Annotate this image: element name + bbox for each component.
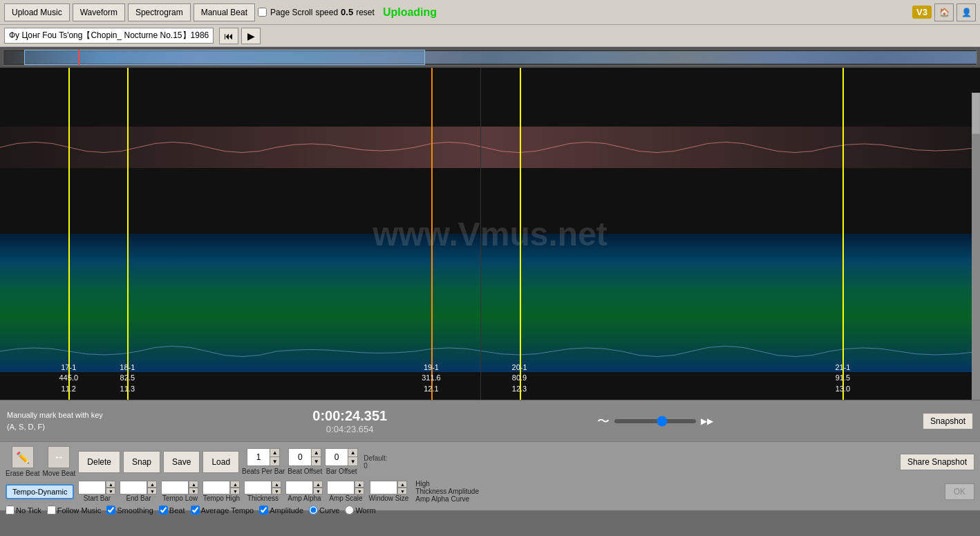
bar-offset-label: Bar Offset — [326, 468, 357, 475]
beat-marker-19-1[interactable] — [431, 68, 433, 400]
manual-beat-button[interactable]: Manual Beat — [194, 3, 255, 21]
scrollbar-track[interactable] — [972, 93, 980, 400]
beat-offset-up[interactable]: ▲ — [311, 449, 321, 457]
waveform-icon: 〜 — [597, 413, 610, 429]
tempo-low-input[interactable] — [161, 481, 189, 495]
page-scroll-checkbox[interactable] — [258, 8, 267, 17]
beat-offset-down[interactable]: ▼ — [311, 457, 321, 465]
upload-music-button[interactable]: Upload Music — [4, 3, 70, 21]
beats-per-bar-input[interactable]: ▲ ▼ — [247, 448, 280, 466]
waveform-overview[interactable] — [0, 47, 980, 68]
move-beat-button[interactable]: ↔️ Move Beat — [42, 446, 75, 477]
scrollbar-thumb[interactable] — [972, 93, 980, 134]
waveform-end-icon: ▶▶ — [701, 416, 713, 426]
beat-checkbox[interactable] — [159, 506, 168, 515]
bar-offset-up[interactable]: ▲ — [348, 449, 357, 457]
confirm-button[interactable]: OK — [945, 483, 974, 500]
controls-row-1: ✏️ Erase Beat ↔️ Move Beat Delete Snap S… — [6, 446, 974, 477]
average-tempo-label: Average Tempo — [201, 506, 254, 515]
window-size-input[interactable] — [370, 481, 397, 495]
end-bar-input[interactable] — [120, 481, 147, 495]
amp-scale-down[interactable]: ▼ — [355, 488, 364, 495]
window-size-up[interactable]: ▲ — [397, 481, 407, 488]
beat-marker-20-1[interactable] — [520, 68, 521, 400]
start-bar-up[interactable]: ▲ — [106, 481, 115, 488]
play-button[interactable]: ▶ — [241, 28, 261, 44]
waveform-svg-bottom — [0, 331, 980, 372]
beat-marker-21-1[interactable] — [842, 68, 844, 400]
uploading-status: Uploading — [383, 6, 437, 19]
page-scroll-label: Page Scroll — [258, 8, 312, 17]
top-toolbar: Upload Music Waveform Spectrogram Manual… — [0, 0, 980, 25]
bar-offset-down[interactable]: ▼ — [348, 457, 357, 465]
no-tick-checkbox[interactable] — [6, 506, 15, 515]
tempo-low-up[interactable]: ▲ — [189, 481, 198, 488]
start-bar-label: Start Bar — [84, 495, 111, 502]
beat-marker-dark-1 — [480, 68, 481, 400]
amp-scale-group: ▲ ▼ Amp Scale — [327, 481, 364, 502]
reset-button[interactable]: reset — [356, 8, 375, 17]
extra-labels: High Thickness Amplitude Amp Alpha Curve — [415, 480, 479, 503]
follow-music-checkbox[interactable] — [47, 506, 56, 515]
spectrogram-button[interactable]: Spectrogram — [128, 3, 191, 21]
waveform-button[interactable]: Waveform — [73, 3, 125, 21]
bottom-controls: ✏️ Erase Beat ↔️ Move Beat Delete Snap S… — [0, 441, 980, 510]
beat-marker-17-1[interactable] — [68, 68, 70, 400]
amp-alpha-up[interactable]: ▲ — [313, 481, 323, 488]
move-beat-label: Move Beat — [42, 470, 75, 477]
rewind-button[interactable]: ⏮ — [219, 28, 238, 44]
default-label: Default: — [364, 454, 387, 462]
snap-button[interactable]: Snap — [123, 451, 160, 473]
beat-offset-input[interactable]: ▲ ▼ — [288, 448, 321, 466]
overview-track[interactable] — [3, 49, 977, 66]
amp-scale-label: Amp Scale — [329, 495, 362, 502]
tempo-high-arrows: ▲ ▼ — [230, 481, 240, 495]
amp-scale-input[interactable] — [327, 481, 355, 495]
beat-label-18-1: 18-1 82.5 11.3 — [120, 362, 135, 394]
share-snapshot-button[interactable]: Share Snapshot — [900, 454, 974, 470]
amp-alpha-down[interactable]: ▼ — [313, 488, 323, 495]
follow-music-checkbox-label: Follow Music — [47, 506, 102, 515]
tempo-low-down[interactable]: ▼ — [189, 488, 198, 495]
beats-per-bar-value[interactable] — [247, 452, 270, 462]
bar-offset-value[interactable] — [326, 452, 348, 462]
load-button[interactable]: Load — [202, 451, 239, 473]
tempo-high-up[interactable]: ▲ — [230, 481, 240, 488]
erase-beat-button[interactable]: ✏️ Erase Beat — [6, 446, 39, 477]
tempo-high-down[interactable]: ▼ — [230, 488, 240, 495]
amp-scale-up[interactable]: ▲ — [355, 481, 364, 488]
user-button[interactable]: 👤 — [957, 3, 976, 21]
window-size-down[interactable]: ▼ — [397, 488, 407, 495]
amp-alpha-input[interactable] — [285, 481, 313, 495]
delete-button[interactable]: Delete — [78, 451, 120, 473]
thickness-input[interactable] — [244, 481, 272, 495]
worm-radio[interactable] — [345, 506, 354, 515]
beat-marker-18-1[interactable] — [127, 68, 129, 400]
beats-per-bar-up[interactable]: ▲ — [270, 449, 279, 457]
end-bar-up[interactable]: ▲ — [147, 481, 157, 488]
tempo-dynamic-button[interactable]: Tempo-Dynamic — [6, 484, 74, 499]
snapshot-button[interactable]: Snaρshot — [923, 413, 973, 429]
save-button[interactable]: Save — [163, 451, 200, 473]
amplitude-checkbox[interactable] — [259, 506, 268, 515]
thickness-down[interactable]: ▼ — [272, 488, 281, 495]
waveform-slider[interactable] — [614, 418, 697, 424]
start-bar-input[interactable] — [78, 481, 106, 495]
thickness-up[interactable]: ▲ — [272, 481, 281, 488]
average-tempo-checkbox[interactable] — [191, 506, 200, 515]
beats-per-bar-down[interactable]: ▼ — [270, 457, 279, 465]
end-bar-down[interactable]: ▼ — [147, 488, 157, 495]
average-tempo-checkbox-label: Average Tempo — [191, 506, 254, 515]
main-spectrogram-area[interactable]: 17-1 445.0 11.2 18-1 82.5 11.3 19-1 311.… — [0, 68, 980, 400]
bar-offset-input[interactable]: ▲ ▼ — [325, 448, 358, 466]
home-button[interactable]: 🏠 — [934, 3, 954, 21]
start-bar-arrows: ▲ ▼ — [106, 481, 115, 495]
beat-offset-value[interactable] — [289, 452, 311, 462]
curve-radio[interactable] — [309, 506, 318, 515]
no-tick-label: No Tick — [16, 506, 41, 515]
smoothing-checkbox[interactable] — [106, 506, 115, 515]
start-bar-down[interactable]: ▼ — [106, 488, 115, 495]
tempo-high-input[interactable] — [202, 481, 230, 495]
move-beat-icon: ↔️ — [48, 446, 70, 468]
tempo-low-group: ▲ ▼ Tempo Low — [161, 481, 198, 502]
